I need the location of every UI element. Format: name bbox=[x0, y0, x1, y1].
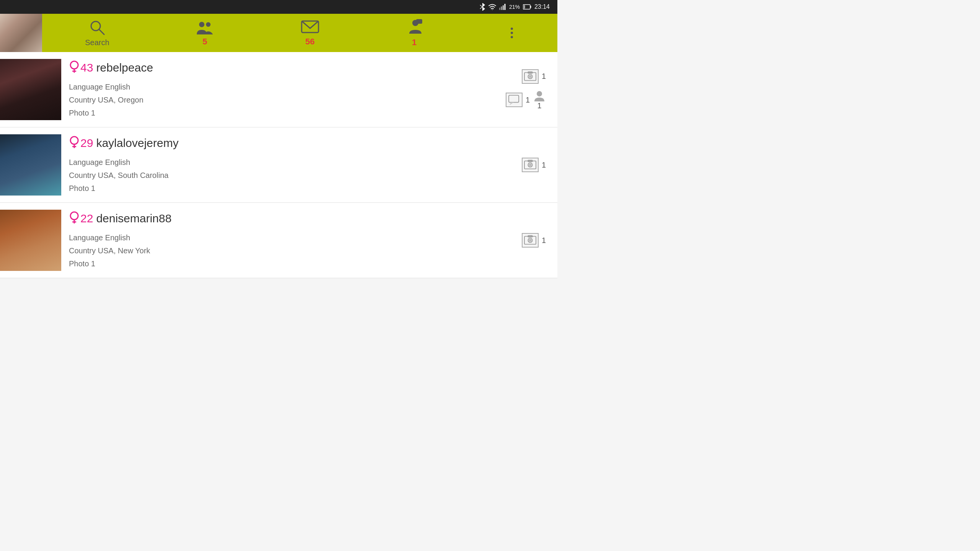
friends-badge: 5 bbox=[203, 37, 207, 46]
svg-line-11 bbox=[99, 29, 104, 34]
photo-icon bbox=[522, 233, 539, 248]
user-country: Country USA, South Carolina bbox=[69, 169, 514, 182]
nav-messages[interactable]: 56 bbox=[293, 20, 327, 46]
user-language: Language English bbox=[69, 80, 498, 93]
profile-with-badge-icon bbox=[533, 90, 546, 101]
photo-count: 1 bbox=[542, 72, 546, 81]
battery-percent: 21% bbox=[509, 4, 520, 10]
user-age: 43 bbox=[80, 61, 93, 74]
svg-point-18 bbox=[70, 61, 78, 69]
search-label: Search bbox=[85, 38, 109, 47]
time-display: 23:14 bbox=[534, 3, 550, 10]
gender-icon bbox=[69, 60, 80, 76]
svg-line-0 bbox=[480, 5, 482, 7]
user-info: 22 denisemarin88Language English Country… bbox=[61, 211, 522, 270]
svg-rect-25 bbox=[509, 95, 519, 103]
bluetooth-icon bbox=[479, 3, 485, 11]
user-age: 29 bbox=[80, 137, 93, 150]
svg-rect-4 bbox=[501, 7, 502, 10]
nav-bar: Search 5 56 bbox=[0, 14, 557, 52]
svg-point-28 bbox=[70, 137, 78, 144]
svg-rect-6 bbox=[504, 4, 505, 10]
svg-point-12 bbox=[199, 22, 204, 27]
messages-badge: 56 bbox=[305, 37, 314, 46]
user-photo[interactable] bbox=[0, 210, 61, 271]
user-photo-count: Photo 1 bbox=[69, 182, 514, 195]
svg-point-34 bbox=[529, 163, 532, 166]
username: kaylalovejeremy bbox=[96, 137, 178, 150]
user-photo-count: Photo 1 bbox=[69, 106, 498, 119]
username: rebelpeace bbox=[96, 61, 153, 74]
svg-rect-9 bbox=[523, 5, 525, 9]
comment-icon bbox=[506, 93, 523, 107]
signal-icon bbox=[499, 4, 506, 10]
nav-notifications[interactable]: 1 bbox=[398, 19, 431, 47]
svg-line-1 bbox=[480, 7, 482, 9]
photo-action[interactable]: 1 bbox=[522, 233, 546, 248]
user-country: Country USA, Oregon bbox=[69, 93, 498, 106]
battery-icon bbox=[523, 4, 531, 10]
nav-search[interactable]: Search bbox=[77, 19, 117, 47]
user-country: Country USA, New York bbox=[69, 244, 514, 257]
user-details: Language English Country USA, Oregon Pho… bbox=[69, 80, 498, 119]
svg-point-35 bbox=[70, 212, 78, 220]
user-actions: 1 1 1 bbox=[506, 69, 550, 110]
user-actions: 1 bbox=[522, 233, 550, 248]
photo-count: 1 bbox=[542, 161, 546, 170]
svg-rect-3 bbox=[499, 8, 500, 10]
comment-count: 1 bbox=[526, 96, 530, 104]
messages-icon bbox=[301, 20, 320, 35]
svg-point-27 bbox=[537, 91, 542, 96]
nav-avatar[interactable] bbox=[0, 14, 42, 52]
nav-items: Search 5 56 bbox=[42, 14, 557, 52]
comment-action[interactable]: 1 1 bbox=[506, 90, 546, 110]
user-info: 29 kaylalovejeremyLanguage English Count… bbox=[61, 135, 522, 195]
photo-icon bbox=[522, 69, 539, 84]
user-list: 43 rebelpeaceLanguage English Country US… bbox=[0, 52, 557, 278]
user-photo[interactable] bbox=[0, 59, 61, 120]
photo-action[interactable]: 1 bbox=[522, 158, 546, 172]
user-language: Language English bbox=[69, 231, 514, 244]
user-language: Language English bbox=[69, 156, 514, 169]
user-details: Language English Country USA, New York P… bbox=[69, 231, 514, 270]
user-item[interactable]: 22 denisemarin88Language English Country… bbox=[0, 203, 557, 278]
svg-point-24 bbox=[529, 75, 532, 78]
username: denisemarin88 bbox=[96, 212, 172, 225]
photo-icon bbox=[522, 158, 539, 172]
user-photo[interactable] bbox=[0, 134, 61, 196]
photo-count: 1 bbox=[542, 236, 546, 245]
nav-more-button[interactable] bbox=[501, 28, 522, 38]
user-photo-count: Photo 1 bbox=[69, 257, 514, 270]
wifi-icon bbox=[488, 4, 496, 10]
gender-icon bbox=[69, 211, 80, 227]
nav-friends[interactable]: 5 bbox=[188, 20, 222, 46]
gender-icon bbox=[69, 135, 80, 151]
user-info: 43 rebelpeaceLanguage English Country US… bbox=[61, 60, 506, 119]
user-actions: 1 bbox=[522, 158, 550, 172]
svg-point-13 bbox=[206, 22, 211, 27]
status-bar: 21% 23:14 bbox=[0, 0, 557, 14]
search-icon bbox=[89, 19, 106, 36]
status-icons: 21% 23:14 bbox=[479, 3, 550, 11]
svg-point-41 bbox=[529, 239, 532, 242]
svg-point-2 bbox=[492, 10, 493, 10]
user-item[interactable]: 29 kaylalovejeremyLanguage English Count… bbox=[0, 127, 557, 203]
svg-rect-8 bbox=[530, 6, 531, 8]
friends-icon bbox=[195, 20, 214, 35]
svg-marker-26 bbox=[510, 103, 514, 105]
svg-rect-5 bbox=[503, 5, 504, 10]
user-age: 22 bbox=[80, 212, 93, 225]
profile-count: 1 bbox=[537, 101, 541, 110]
user-item[interactable]: 43 rebelpeaceLanguage English Country US… bbox=[0, 52, 557, 127]
photo-action[interactable]: 1 bbox=[522, 69, 546, 84]
notifications-icon bbox=[405, 19, 423, 36]
user-details: Language English Country USA, South Caro… bbox=[69, 156, 514, 195]
notifications-badge: 1 bbox=[412, 38, 416, 47]
